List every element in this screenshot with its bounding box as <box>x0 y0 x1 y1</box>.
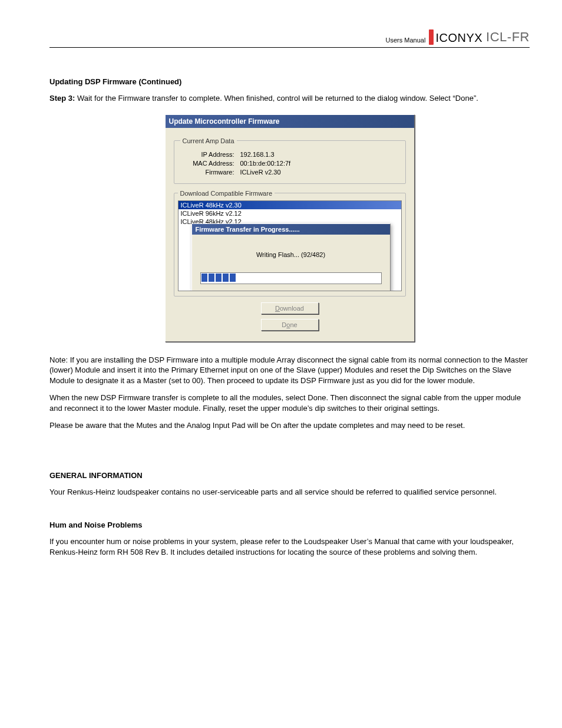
firmware-listbox[interactable]: ICLiveR 48kHz v2.30 ICLiveR 96kHz v2.12 … <box>178 200 402 291</box>
header-users-manual: Users Manual <box>386 37 426 45</box>
section-title-hum: Hum and Noise Problems <box>49 521 530 529</box>
hum-noise-paragraph: If you encounter hum or noise problems i… <box>49 536 530 557</box>
current-amp-data-group: Current Amp Data IP Address: 192.168.1.3… <box>174 137 406 184</box>
note-paragraph-1: Note: If you are installing the DSP Firm… <box>49 355 530 386</box>
section-title-general: GENERAL INFORMATION <box>49 471 530 480</box>
download-button-rest: ownload <box>280 305 304 312</box>
brand-logo: ICONYX ICL-FR <box>429 29 530 45</box>
download-firmware-legend: Download Compatible Firmware <box>178 190 275 197</box>
firmware-label: Firmware: <box>180 169 240 176</box>
progress-bar <box>200 272 382 284</box>
note-paragraph-3: Please be aware that the Mutes and the A… <box>49 420 530 431</box>
ip-address-value: 192.168.1.3 <box>240 151 399 158</box>
download-button[interactable]: Download <box>261 302 319 314</box>
brand-accent-bar <box>429 29 434 45</box>
product-code: ICL-FR <box>486 29 530 45</box>
current-amp-data-legend: Current Amp Data <box>180 137 237 144</box>
dialog-titlebar: Update Microcontroller Firmware <box>166 115 414 128</box>
step-3-label: Step 3: <box>49 94 75 103</box>
firmware-value: ICLiveR v2.30 <box>240 169 399 176</box>
done-button-text: Done <box>282 321 297 328</box>
download-firmware-group: Download Compatible Firmware ICLiveR 48k… <box>174 190 406 297</box>
mac-address-value: 00:1b:de:00:12:7f <box>240 160 399 167</box>
step-3-paragraph: Step 3: Wait for the Firmware transfer t… <box>49 93 530 104</box>
progress-titlebar: Firmware Transfer in Progress...... <box>192 224 390 235</box>
section-title-updating: Updating DSP Firmware (Continued) <box>49 77 530 86</box>
general-info-paragraph: Your Renkus-Heinz loudspeaker contains n… <box>49 487 530 498</box>
step-3-text: Wait for the Firmware transfer to comple… <box>75 94 478 103</box>
page-header: Users Manual ICONYX ICL-FR <box>49 29 530 48</box>
brand-name: ICONYX <box>435 31 482 45</box>
progress-dialog: Firmware Transfer in Progress...... Writ… <box>191 223 391 291</box>
firmware-dialog: Update Microcontroller Firmware Current … <box>165 114 415 342</box>
note-paragraph-2: When the new DSP Firmware transfer is co… <box>49 393 530 413</box>
firmware-list-item[interactable]: ICLiveR 48kHz v2.30 <box>178 201 401 209</box>
progress-message: Writing Flash... (92/482) <box>200 251 382 258</box>
mac-address-label: MAC Address: <box>180 160 240 167</box>
firmware-list-item[interactable]: ICLiveR 96kHz v2.12 <box>178 209 401 218</box>
ip-address-label: IP Address: <box>180 151 240 158</box>
done-button[interactable]: Done <box>261 319 319 331</box>
